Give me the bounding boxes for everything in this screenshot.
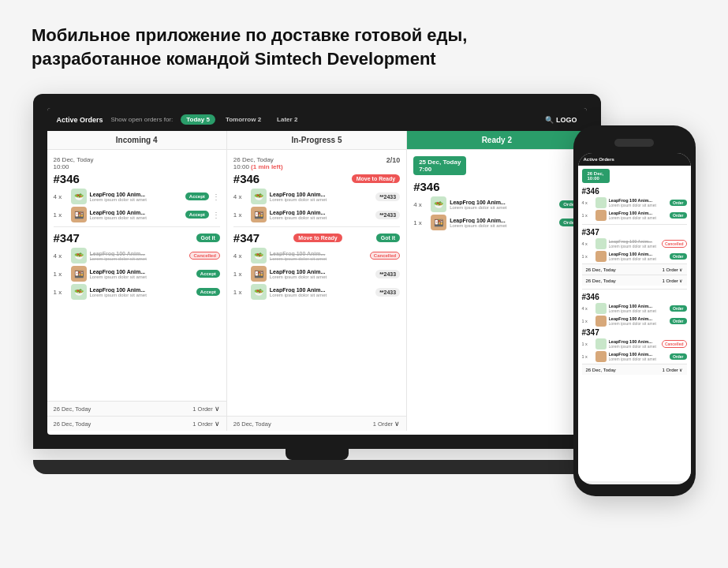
accept-button[interactable]: Accept: [185, 192, 209, 200]
phone-item-row: 1 x LeapFrog 100 Anim... Lorem ipsum dol…: [582, 351, 687, 362]
phone-item-row: 4 x LeapFrog 100 Anim... Lorem ipsum dol…: [582, 303, 687, 314]
phone-thumb: [595, 197, 607, 208]
divider: [54, 226, 220, 227]
item-row: 4 x 🥗 LeapFrog 100 Anim... Lorem ipsum d…: [233, 248, 400, 263]
ready-date-box: 25 Dec, Today 7:00: [413, 156, 466, 175]
phone-ready-section: 26 Dec,10:00: [582, 169, 610, 183]
order-346-incoming: #346: [54, 172, 220, 185]
logo-text: LOGO: [556, 116, 577, 124]
phone-order-346: #346: [582, 187, 687, 196]
phone-accept-btn-4[interactable]: Order: [670, 305, 687, 312]
phone-app-header: Active Orders: [578, 153, 691, 166]
footer-row-inprogress: 26 Dec, Today 1 Order ∨: [227, 416, 406, 431]
move-to-ready-button[interactable]: Move to Ready: [352, 174, 400, 183]
cancelled-badge: Cancelled: [370, 252, 400, 260]
item-row: 4 x 🥗 LeapFrog 100 Anim... Lorem ipsum d…: [413, 196, 580, 212]
phone-thumb: [595, 210, 607, 221]
headline-line1: Мобильное приложение по доставке готовой…: [32, 24, 467, 47]
phone-thumb: [595, 316, 607, 327]
fraction-badge: 2/10: [386, 156, 401, 164]
phone-item-row: 1 x LeapFrog 100 Anim... Lorem ipsum dol…: [582, 251, 687, 262]
order-347-inprogress: #347 Move to Ready Got it: [233, 231, 400, 245]
page-headline: Мобильное приложение по доставке готовой…: [32, 24, 467, 70]
laptop-notch: [286, 449, 349, 460]
app-header: Active Orders Show open orders for: Toda…: [47, 108, 587, 131]
phone-thumb: [595, 251, 607, 262]
phone-device: Active Orders 26 Dec,10:00 #346 4 x Leap…: [573, 125, 696, 496]
app-columns: Incoming 4 26 Dec, Today 10:00 #346: [47, 131, 587, 431]
phone-cancelled-badge: Cancelled: [662, 240, 687, 248]
phone-item-row: 1 x LeapFrog 100 Anim... Lorem ipsum dol…: [582, 210, 687, 221]
phone-thumb: [595, 338, 607, 349]
ready-header: Ready 2: [407, 131, 586, 150]
phone-accept-btn-3[interactable]: Order: [670, 253, 687, 260]
more-icon[interactable]: ⋮: [212, 192, 220, 201]
item-row: 4 x 🥗 LeapFrog 100 Anim... Lorem ipsum d…: [54, 248, 220, 263]
divider: [233, 226, 400, 227]
phone-item-row: 1 x LeapFrog 100 Anim... Lorem ipsum dol…: [582, 316, 687, 327]
tomorrow-tab[interactable]: Tomorrow 2: [220, 114, 267, 125]
headline-line2: разработанное командой Simtech Developme…: [32, 47, 467, 71]
phone-thumb: [595, 238, 607, 249]
order-346-ready: #346: [413, 180, 580, 193]
phone-footer-1: 26 Dec, Today 1 Order ∨: [582, 263, 687, 275]
phone-thumb: [595, 303, 607, 314]
logo-area: 🔍 LOGO: [545, 116, 577, 124]
chevron-down-icon: ∨: [215, 420, 220, 428]
cancelled-badge: Cancelled: [189, 252, 219, 260]
item-thumb: 🥗: [251, 248, 267, 263]
item-thumb: 🥗: [251, 189, 267, 204]
accept-button[interactable]: Accept: [196, 288, 220, 296]
phone-cancelled-badge-2: Cancelled: [662, 340, 687, 348]
laptop-device: Active Orders Show open orders for: Toda…: [33, 94, 601, 480]
today-tab[interactable]: Today 5: [181, 114, 215, 125]
incoming-header: Incoming 4: [47, 131, 226, 150]
item-thumb: 🍱: [71, 207, 87, 222]
footer-row-1: 26 Dec, Today 1 Order ∨: [47, 401, 226, 416]
footer-row-2: 26 Dec, Today 1 Order ∨: [47, 416, 226, 431]
item-thumb: 🥗: [251, 284, 267, 300]
accept-button[interactable]: Accept: [196, 270, 220, 278]
item-thumb: 🥗: [431, 196, 446, 212]
phone-order-346-2: #346: [582, 293, 687, 301]
item-thumb: 🥗: [71, 189, 87, 204]
inprogress-column: In-Progress 5 26 Dec, Today 2/10 10:00 (…: [227, 131, 407, 431]
phone-accept-btn[interactable]: Order: [670, 200, 687, 206]
incoming-column: Incoming 4 26 Dec, Today 10:00 #346: [47, 131, 227, 431]
phone-accept-btn-5[interactable]: Order: [670, 318, 687, 324]
phone-order-347: #347: [582, 228, 687, 237]
item-thumb: 🍱: [251, 266, 267, 282]
move-to-ready-button-2[interactable]: Move to Ready: [293, 234, 342, 242]
accept-button[interactable]: Accept: [185, 211, 209, 219]
item-thumb: 🥗: [71, 284, 87, 300]
later-tab[interactable]: Later 2: [271, 114, 303, 125]
active-orders-title: Active Orders: [57, 116, 103, 124]
code-badge: **2433: [375, 288, 400, 297]
phone-notch: [578, 135, 691, 151]
order-347-incoming: #347 Got it: [54, 231, 220, 245]
order-346-inprogress: #346 Move to Ready: [233, 172, 400, 185]
time-left: (1 min left): [251, 163, 282, 170]
more-icon[interactable]: ⋮: [212, 211, 220, 219]
got-it-button[interactable]: Got it: [196, 234, 220, 242]
item-thumb: 🍱: [251, 207, 267, 222]
show-label: Show open orders for:: [111, 116, 174, 123]
item-thumb: 🥗: [71, 248, 87, 263]
phone-notch-pill: [614, 139, 654, 147]
item-thumb: 🍱: [431, 215, 446, 230]
item-row: 1 x 🍱 LeapFrog 100 Anim... Lorem ipsum d…: [413, 215, 580, 230]
phone-screen: Active Orders 26 Dec,10:00 #346 4 x Leap…: [578, 153, 691, 484]
item-row: 1 x 🍱 LeapFrog 100 Anim... Lorem ipsum d…: [233, 207, 400, 222]
item-row: 4 x 🥗 LeapFrog 100 Anim... Lorem ipsum d…: [233, 189, 400, 204]
got-it-button-2[interactable]: Got it: [376, 234, 400, 242]
ready-column: Ready 2 25 Dec, Today 7:00 #346 4 x: [407, 131, 586, 431]
item-row: 1 x 🥗 LeapFrog 100 Anim... Lorem ipsum d…: [54, 284, 220, 300]
phone-accept-btn-2[interactable]: Order: [670, 212, 687, 219]
phone-accept-btn-6[interactable]: Order: [670, 353, 687, 360]
phone-footer-3: 26 Dec, Today 1 Order ∨: [582, 364, 687, 375]
item-row: 1 x 🥗 LeapFrog 100 Anim... Lorem ipsum d…: [233, 284, 400, 300]
ready-body: 25 Dec, Today 7:00 #346 4 x 🥗 LeapFrog 1: [407, 150, 586, 431]
inprogress-header: In-Progress 5: [227, 131, 406, 150]
phone-thumb: [595, 351, 607, 362]
incoming-date1: 26 Dec, Today 10:00: [54, 156, 220, 170]
